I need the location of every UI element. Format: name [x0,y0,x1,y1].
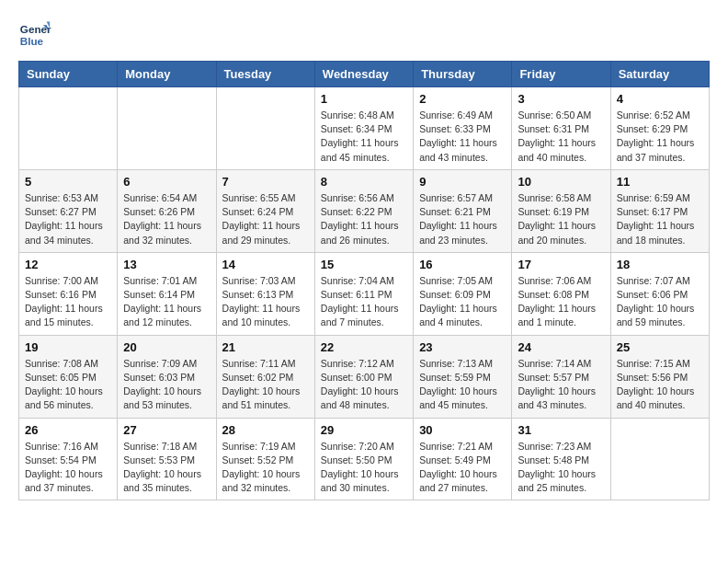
svg-text:Blue: Blue [20,35,44,47]
day-number: 13 [123,258,210,271]
calendar-cell: 4Sunrise: 6:52 AM Sunset: 6:29 PM Daylig… [610,87,709,170]
day-info: Sunrise: 6:56 AM Sunset: 6:22 PM Dayligh… [321,191,407,247]
day-info: Sunrise: 6:55 AM Sunset: 6:24 PM Dayligh… [222,191,309,247]
day-info: Sunrise: 6:53 AM Sunset: 6:27 PM Dayligh… [25,191,111,247]
calendar-cell: 27Sunrise: 7:18 AM Sunset: 5:53 PM Dayli… [118,418,216,500]
day-info: Sunrise: 7:08 AM Sunset: 6:05 PM Dayligh… [25,357,111,413]
logo: General Blue [18,18,55,52]
day-info: Sunrise: 7:18 AM Sunset: 5:53 PM Dayligh… [123,440,210,496]
day-number: 8 [321,175,407,189]
day-number: 22 [321,340,407,354]
calendar-cell: 24Sunrise: 7:14 AM Sunset: 5:57 PM Dayli… [512,335,610,418]
calendar-cell [19,87,118,170]
day-number: 31 [518,423,604,437]
day-info: Sunrise: 7:07 AM Sunset: 6:06 PM Dayligh… [617,274,703,330]
calendar-cell: 23Sunrise: 7:13 AM Sunset: 5:59 PM Dayli… [414,335,512,418]
day-info: Sunrise: 7:15 AM Sunset: 5:56 PM Dayligh… [617,357,703,413]
day-info: Sunrise: 6:52 AM Sunset: 6:29 PM Dayligh… [617,109,703,165]
day-number: 15 [321,258,407,271]
day-info: Sunrise: 6:59 AM Sunset: 6:17 PM Dayligh… [617,191,703,247]
page-header: General Blue [18,18,710,52]
day-number: 24 [518,340,604,354]
calendar-cell: 11Sunrise: 6:59 AM Sunset: 6:17 PM Dayli… [610,169,709,252]
column-header-sunday: Sunday [19,62,118,87]
calendar-cell: 10Sunrise: 6:58 AM Sunset: 6:19 PM Dayli… [512,169,610,252]
day-number: 20 [123,340,210,354]
column-header-thursday: Thursday [414,62,512,87]
calendar-header-row: SundayMondayTuesdayWednesdayThursdayFrid… [19,62,710,87]
calendar-cell: 25Sunrise: 7:15 AM Sunset: 5:56 PM Dayli… [610,335,709,418]
day-number: 27 [123,423,210,437]
day-info: Sunrise: 6:57 AM Sunset: 6:21 PM Dayligh… [419,191,506,247]
calendar-cell: 28Sunrise: 7:19 AM Sunset: 5:52 PM Dayli… [216,418,314,500]
calendar-week-4: 19Sunrise: 7:08 AM Sunset: 6:05 PM Dayli… [19,335,710,418]
calendar-cell [118,87,216,170]
calendar-cell: 1Sunrise: 6:48 AM Sunset: 6:34 PM Daylig… [314,87,413,170]
column-header-saturday: Saturday [610,62,709,87]
column-header-wednesday: Wednesday [314,62,413,87]
day-info: Sunrise: 7:13 AM Sunset: 5:59 PM Dayligh… [419,357,506,413]
calendar-cell: 16Sunrise: 7:05 AM Sunset: 6:09 PM Dayli… [414,252,512,335]
day-number: 18 [617,258,703,271]
day-info: Sunrise: 7:16 AM Sunset: 5:54 PM Dayligh… [25,440,111,496]
day-info: Sunrise: 7:23 AM Sunset: 5:48 PM Dayligh… [518,440,604,496]
day-info: Sunrise: 6:58 AM Sunset: 6:19 PM Dayligh… [518,191,604,247]
calendar-cell: 9Sunrise: 6:57 AM Sunset: 6:21 PM Daylig… [414,169,512,252]
calendar-cell: 22Sunrise: 7:12 AM Sunset: 6:00 PM Dayli… [314,335,413,418]
day-info: Sunrise: 7:06 AM Sunset: 6:08 PM Dayligh… [518,274,604,330]
day-info: Sunrise: 7:11 AM Sunset: 6:02 PM Dayligh… [222,357,309,413]
day-number: 1 [321,92,407,106]
day-info: Sunrise: 7:12 AM Sunset: 6:00 PM Dayligh… [321,357,407,413]
calendar-cell: 5Sunrise: 6:53 AM Sunset: 6:27 PM Daylig… [19,169,118,252]
calendar-cell: 17Sunrise: 7:06 AM Sunset: 6:08 PM Dayli… [512,252,610,335]
svg-text:General: General [20,23,51,35]
day-info: Sunrise: 7:03 AM Sunset: 6:13 PM Dayligh… [222,274,309,330]
calendar-cell: 30Sunrise: 7:21 AM Sunset: 5:49 PM Dayli… [414,418,512,500]
calendar-cell: 31Sunrise: 7:23 AM Sunset: 5:48 PM Dayli… [512,418,610,500]
calendar-week-2: 5Sunrise: 6:53 AM Sunset: 6:27 PM Daylig… [19,169,710,252]
day-info: Sunrise: 6:49 AM Sunset: 6:33 PM Dayligh… [419,109,506,165]
day-number: 26 [25,423,111,437]
calendar-cell: 14Sunrise: 7:03 AM Sunset: 6:13 PM Dayli… [216,252,314,335]
day-number: 2 [419,92,506,106]
calendar-cell: 21Sunrise: 7:11 AM Sunset: 6:02 PM Dayli… [216,335,314,418]
day-number: 7 [222,175,309,189]
day-number: 9 [419,175,506,189]
day-number: 19 [25,340,111,354]
day-number: 29 [321,423,407,437]
calendar-week-3: 12Sunrise: 7:00 AM Sunset: 6:16 PM Dayli… [19,252,710,335]
day-info: Sunrise: 6:50 AM Sunset: 6:31 PM Dayligh… [518,109,604,165]
day-number: 25 [617,340,703,354]
day-number: 4 [617,92,703,106]
calendar-cell: 26Sunrise: 7:16 AM Sunset: 5:54 PM Dayli… [19,418,118,500]
calendar-cell: 13Sunrise: 7:01 AM Sunset: 6:14 PM Dayli… [118,252,216,335]
day-info: Sunrise: 7:00 AM Sunset: 6:16 PM Dayligh… [25,274,111,330]
calendar-cell: 2Sunrise: 6:49 AM Sunset: 6:33 PM Daylig… [414,87,512,170]
day-info: Sunrise: 7:14 AM Sunset: 5:57 PM Dayligh… [518,357,604,413]
column-header-friday: Friday [512,62,610,87]
day-info: Sunrise: 6:54 AM Sunset: 6:26 PM Dayligh… [123,191,210,247]
day-info: Sunrise: 7:05 AM Sunset: 6:09 PM Dayligh… [419,274,506,330]
day-number: 14 [222,258,309,271]
day-number: 28 [222,423,309,437]
day-info: Sunrise: 7:04 AM Sunset: 6:11 PM Dayligh… [321,274,407,330]
calendar-cell [216,87,314,170]
day-number: 23 [419,340,506,354]
day-number: 6 [123,175,210,189]
day-info: Sunrise: 7:19 AM Sunset: 5:52 PM Dayligh… [222,440,309,496]
day-info: Sunrise: 7:09 AM Sunset: 6:03 PM Dayligh… [123,357,210,413]
column-header-monday: Monday [118,62,216,87]
calendar-cell: 3Sunrise: 6:50 AM Sunset: 6:31 PM Daylig… [512,87,610,170]
calendar-cell: 12Sunrise: 7:00 AM Sunset: 6:16 PM Dayli… [19,252,118,335]
day-info: Sunrise: 7:21 AM Sunset: 5:49 PM Dayligh… [419,440,506,496]
day-info: Sunrise: 7:01 AM Sunset: 6:14 PM Dayligh… [123,274,210,330]
calendar-week-5: 26Sunrise: 7:16 AM Sunset: 5:54 PM Dayli… [19,418,710,500]
day-number: 16 [419,258,506,271]
day-number: 3 [518,92,604,106]
day-number: 30 [419,423,506,437]
calendar-cell: 8Sunrise: 6:56 AM Sunset: 6:22 PM Daylig… [314,169,413,252]
day-number: 17 [518,258,604,271]
calendar-cell: 20Sunrise: 7:09 AM Sunset: 6:03 PM Dayli… [118,335,216,418]
calendar-cell [610,418,709,500]
day-number: 12 [25,258,111,271]
